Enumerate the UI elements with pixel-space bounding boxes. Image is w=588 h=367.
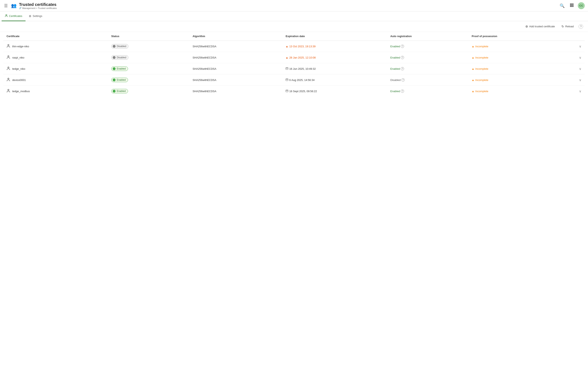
auto-reg-info-icon[interactable]: ? [401, 45, 404, 48]
toggle-dot [113, 45, 116, 48]
status-label: Disabled [117, 56, 126, 59]
svg-point-11 [8, 56, 9, 57]
cert-name-label: tedge_modbus [12, 90, 30, 93]
auto-reg-info-icon[interactable]: ? [401, 56, 404, 59]
cert-name-cell: device0001 [7, 78, 105, 82]
auto-reg-label: Enabled [390, 90, 400, 93]
chevron-down-icon: ∨ [579, 67, 581, 71]
add-icon: ⊕ [525, 25, 528, 28]
expiration-cell: 6 Aug 2025, 14:56:34 [286, 78, 384, 82]
svg-rect-2 [572, 3, 573, 4]
proof-warning-icon: ▲ [472, 78, 474, 82]
proof-warning-icon: ▲ [472, 67, 474, 70]
col-header-algorithm: Algorithm [189, 32, 282, 41]
svg-point-22 [8, 89, 9, 91]
col-header-certificate: Certificate [3, 32, 108, 41]
toggle-dot [113, 90, 116, 92]
avatar[interactable]: CC [578, 2, 585, 9]
status-toggle[interactable]: Enabled [111, 78, 128, 82]
status-toggle[interactable]: Disabled [111, 44, 129, 49]
reload-button[interactable]: ↻ Reload [560, 24, 575, 29]
auto-reg-info-icon[interactable]: ? [401, 78, 405, 82]
svg-rect-0 [570, 3, 571, 4]
cert-name-cell: tedge_modbus [7, 89, 105, 93]
proof-cell: ▲ Incomplete [472, 45, 558, 48]
expand-button[interactable]: ∨ [562, 41, 585, 52]
expiration-cell: 16 Sept 2025, 09:56:22 [286, 90, 384, 93]
header-left: ☰ 👥 Trusted certificates 🔗 Management > … [3, 2, 559, 9]
expiration-date: 16 Sept 2025, 09:56:22 [289, 90, 317, 93]
proof-warning-icon: ▲ [472, 45, 474, 48]
svg-rect-3 [570, 5, 571, 6]
svg-rect-6 [570, 6, 571, 7]
help-button[interactable]: ? [579, 24, 583, 29]
svg-rect-5 [572, 5, 573, 6]
cert-icon [7, 67, 10, 71]
table-row: raspi_niko Disabled SHA256withECDSA ▲ 28… [3, 52, 585, 63]
help-icon: ? [580, 25, 581, 28]
svg-point-17 [8, 78, 9, 79]
status-toggle[interactable]: Disabled [111, 55, 129, 60]
apps-button[interactable] [569, 2, 575, 9]
col-header-status: Status [108, 32, 190, 41]
tab-certificates[interactable]: Certificates [2, 11, 26, 21]
svg-rect-13 [286, 67, 288, 69]
warning-triangle-icon: ▲ [286, 56, 288, 59]
expand-button[interactable]: ∨ [562, 63, 585, 75]
chevron-down-icon: ∨ [579, 78, 581, 82]
expiration-cell: ▲ 28 Jan 2025, 12:10:08 [286, 56, 384, 59]
proof-cell: ▲ Incomplete [472, 78, 558, 82]
cert-name-label: thin-edge-niko [12, 45, 29, 48]
auto-reg-cell: Enabled ? [390, 56, 465, 59]
cert-name-cell: raspi_niko [7, 55, 105, 60]
calendar-icon [286, 78, 288, 82]
search-button[interactable]: 🔍 [559, 2, 566, 9]
auto-reg-label: Enabled [390, 45, 400, 48]
cert-name-label: device0001 [12, 78, 26, 82]
expand-button[interactable]: ∨ [562, 52, 585, 63]
auto-reg-info-icon[interactable]: ? [401, 67, 404, 70]
auto-reg-cell: Enabled ? [390, 45, 465, 48]
table-row: thin-edge-niko Disabled SHA256withECDSA … [3, 41, 585, 52]
certificates-table-container: Certificate Status Algorithm Expiration … [0, 32, 588, 97]
cert-icon [7, 78, 10, 82]
table-header-row: Certificate Status Algorithm Expiration … [3, 32, 585, 41]
expand-button[interactable]: ∨ [562, 86, 585, 97]
settings-tab-icon: ⚙ [29, 15, 31, 18]
expiration-date: 16 Jun 2025, 10:49:32 [289, 67, 316, 70]
certificates-table: Certificate Status Algorithm Expiration … [3, 32, 585, 97]
cert-name-label: tedge_niko [12, 67, 25, 70]
cert-icon [7, 89, 10, 93]
cert-name-cell: thin-edge-niko [7, 44, 105, 49]
status-label: Enabled [117, 67, 126, 70]
breadcrumb-text: Management > Trusted certificates [22, 7, 57, 9]
calendar-icon [286, 67, 288, 70]
status-toggle[interactable]: Enabled [111, 67, 128, 71]
svg-rect-4 [571, 5, 572, 6]
proof-cell: ▲ Incomplete [472, 90, 558, 93]
menu-button[interactable]: ☰ [3, 2, 9, 9]
proof-label: Incomplete [475, 78, 488, 82]
proof-label: Incomplete [475, 90, 488, 93]
expiration-date: 28 Jan 2025, 12:10:08 [289, 56, 316, 59]
header-right: 🔍 CC [559, 2, 585, 9]
certificates-tab-icon [5, 14, 8, 18]
chevron-down-icon: ∨ [579, 45, 581, 48]
col-header-proof: Proof of possession [468, 32, 562, 41]
header: ☰ 👥 Trusted certificates 🔗 Management > … [0, 0, 588, 11]
svg-rect-1 [571, 3, 572, 4]
status-toggle[interactable]: Enabled [111, 89, 128, 93]
algorithm-cell: SHA256withECDSA [189, 41, 282, 52]
expand-button[interactable]: ∨ [562, 75, 585, 86]
auto-reg-label: Enabled [390, 56, 400, 59]
breadcrumb-icon: 🔗 [19, 7, 21, 9]
svg-rect-18 [286, 79, 288, 81]
tab-certificates-label: Certificates [9, 15, 22, 17]
auto-reg-info-icon[interactable]: ? [401, 90, 404, 93]
svg-point-10 [8, 44, 9, 46]
add-certificate-button[interactable]: ⊕ Add trusted certificate [524, 24, 557, 29]
calendar-icon [286, 90, 288, 93]
table-row: device0001 Enabled SHA256withECDSA 6 Aug… [3, 75, 585, 86]
svg-rect-23 [286, 90, 288, 92]
tab-settings[interactable]: ⚙ Settings [26, 11, 45, 21]
